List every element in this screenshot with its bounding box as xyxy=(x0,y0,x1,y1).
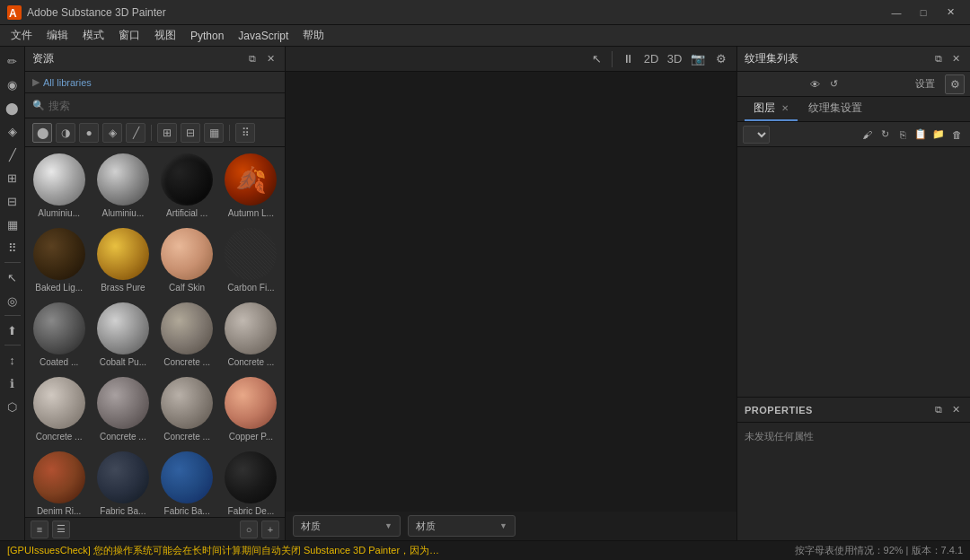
material-item-aluminium1[interactable]: Aluminiu... xyxy=(29,151,89,222)
material-item-fabric-de[interactable]: Fabric De... xyxy=(221,449,281,517)
bottom-add-library[interactable]: ○ xyxy=(240,521,258,538)
texture-set-gear-btn[interactable]: ⚙ xyxy=(945,74,965,94)
viewport-material-dropdown-2[interactable]: 材质 ▼ xyxy=(408,515,516,537)
layer-clone-icon[interactable]: ⎘ xyxy=(895,127,911,143)
filter-opacity[interactable]: ◈ xyxy=(102,123,122,143)
tool-separator-3 xyxy=(4,345,21,346)
tab-layers[interactable]: 图层 ✕ xyxy=(745,97,798,121)
filter-image[interactable]: ⊟ xyxy=(181,123,200,143)
menu-file[interactable]: 文件 xyxy=(4,26,40,45)
tool-select[interactable]: ↖ xyxy=(2,267,23,288)
texture-set-expand[interactable]: ⧉ xyxy=(931,52,946,66)
tool-export[interactable]: ⬆ xyxy=(2,319,23,341)
assets-panel-close[interactable]: ✕ xyxy=(263,52,278,66)
material-item-concrete5[interactable]: Concrete ... xyxy=(157,374,217,445)
tool-plugin[interactable]: ⬡ xyxy=(2,396,23,417)
material-thumb-concrete1 xyxy=(161,302,213,354)
materials-grid: Aluminiu...Aluminiu...Artificial ...🍂Aut… xyxy=(25,147,285,517)
close-button[interactable]: ✕ xyxy=(938,4,963,22)
tool-fill[interactable]: ⬤ xyxy=(2,97,23,118)
material-item-aluminium2[interactable]: Aluminiu... xyxy=(93,151,153,222)
bottom-add[interactable]: + xyxy=(261,521,279,538)
material-item-concrete4[interactable]: Concrete ... xyxy=(93,374,153,445)
tool-eraser[interactable]: ◉ xyxy=(2,74,23,95)
filter-photo[interactable]: ▦ xyxy=(204,123,224,143)
tool-paint[interactable]: ✏ xyxy=(2,50,23,72)
tool-info[interactable]: ℹ xyxy=(2,372,23,394)
layer-delete-icon[interactable]: 🗑 xyxy=(948,127,965,143)
tool-brush[interactable]: ╱ xyxy=(2,144,23,165)
vp-settings-button[interactable]: ⚙ xyxy=(711,49,731,69)
tool-eye[interactable]: ◎ xyxy=(2,290,23,311)
texture-set-close[interactable]: ✕ xyxy=(948,52,963,66)
assets-panel-controls: ⧉ ✕ xyxy=(245,52,278,66)
menu-python[interactable]: Python xyxy=(183,28,231,44)
tool-apps[interactable]: ⠿ xyxy=(2,237,23,258)
filter-all[interactable]: ⬤ xyxy=(32,123,52,143)
title-bar: A Adobe Substance 3D Painter — □ ✕ xyxy=(0,0,970,25)
maximize-button[interactable]: □ xyxy=(911,4,936,22)
material-item-fabric-ba2[interactable]: Fabric Ba... xyxy=(157,449,217,517)
breadcrumb-link[interactable]: All libraries xyxy=(43,77,92,88)
material-item-coated[interactable]: Coated ... xyxy=(29,300,89,371)
material-item-copper[interactable]: Copper P... xyxy=(221,374,281,445)
tool-pattern[interactable]: ⊞ xyxy=(2,167,23,188)
vp-pause-button[interactable]: ⏸ xyxy=(618,49,638,69)
tool-grid[interactable]: ⊟ xyxy=(2,190,23,212)
material-item-artificial[interactable]: Artificial ... xyxy=(157,151,217,222)
minimize-button[interactable]: — xyxy=(884,4,909,22)
history-icon[interactable]: ↺ xyxy=(825,76,842,92)
menu-javascript[interactable]: JavaScript xyxy=(231,28,295,44)
filter-brush[interactable]: ╱ xyxy=(126,123,146,143)
assets-panel: 资源 ⧉ ✕ ▶ All libraries 🔍 ⬤ ◑ ● ◈ ╱ ⊞ ⊟ ▦… xyxy=(25,47,286,540)
menu-edit[interactable]: 编辑 xyxy=(40,26,75,45)
material-item-autumn[interactable]: 🍂Autumn L... xyxy=(221,151,281,222)
texture-set-settings-btn[interactable]: 设置 xyxy=(908,75,942,92)
tool-cursor[interactable]: ↕ xyxy=(2,349,23,371)
menu-window[interactable]: 窗口 xyxy=(111,26,147,45)
vp-cursor-icon[interactable]: ↖ xyxy=(586,49,606,69)
material-item-calf-skin[interactable]: Calf Skin xyxy=(157,225,217,296)
menu-mode[interactable]: 模式 xyxy=(75,26,111,45)
material-item-carbon[interactable]: Carbon Fi... xyxy=(221,225,281,296)
tab-layers-close[interactable]: ✕ xyxy=(781,103,789,113)
search-icon: 🔍 xyxy=(32,100,45,111)
bottom-list-view[interactable]: ≡ xyxy=(31,521,48,538)
material-item-denim[interactable]: Denim Ri... xyxy=(29,449,89,517)
material-item-brass-pure[interactable]: Brass Pure xyxy=(93,225,153,296)
material-item-cobalt[interactable]: Cobalt Pu... xyxy=(93,300,153,371)
filter-bar: ⬤ ◑ ● ◈ ╱ ⊞ ⊟ ▦ ⠿ xyxy=(25,118,285,147)
filter-grid-view[interactable]: ⠿ xyxy=(235,123,255,143)
bottom-tree-view[interactable]: ☰ xyxy=(52,521,70,538)
material-item-fabric-ba1[interactable]: Fabric Ba... xyxy=(93,449,153,517)
material-item-concrete2[interactable]: Concrete ... xyxy=(221,300,281,371)
vp-2d-button[interactable]: 2D xyxy=(641,49,661,69)
layer-folder-icon[interactable]: 📁 xyxy=(930,127,947,143)
layers-mode-dropdown[interactable] xyxy=(743,126,770,144)
layer-rotate-icon[interactable]: ↻ xyxy=(877,127,893,143)
layers-content xyxy=(737,147,970,397)
eye-icon[interactable]: 👁 xyxy=(807,76,823,92)
properties-close[interactable]: ✕ xyxy=(948,403,963,417)
tool-clone[interactable]: ◈ xyxy=(2,120,23,142)
filter-pattern[interactable]: ⊞ xyxy=(157,123,177,143)
material-item-baked-light[interactable]: Baked Lig... xyxy=(29,225,89,296)
menu-help[interactable]: 帮助 xyxy=(295,26,331,45)
material-label-calf-skin: Calf Skin xyxy=(169,283,205,293)
assets-panel-expand[interactable]: ⧉ xyxy=(245,52,260,66)
filter-smart[interactable]: ◑ xyxy=(56,123,75,143)
properties-expand[interactable]: ⧉ xyxy=(931,403,946,417)
material-item-concrete3[interactable]: Concrete ... xyxy=(29,374,89,445)
tool-photo[interactable]: ▦ xyxy=(2,214,23,235)
vp-camera-button[interactable]: 📷 xyxy=(688,49,708,69)
layer-brush-icon[interactable]: 🖌 xyxy=(859,127,875,143)
filter-solid[interactable]: ● xyxy=(79,123,99,143)
material-item-concrete1[interactable]: Concrete ... xyxy=(157,300,217,371)
vp-3d-button[interactable]: 3D xyxy=(665,49,684,69)
material-thumb-copper xyxy=(225,377,277,429)
tab-texture-set-settings[interactable]: 纹理集设置 xyxy=(799,97,871,121)
layer-paste-icon[interactable]: 📋 xyxy=(913,127,929,143)
search-input[interactable] xyxy=(48,100,278,112)
viewport-material-dropdown-1[interactable]: 材质 ▼ xyxy=(293,515,401,537)
menu-view[interactable]: 视图 xyxy=(147,26,183,45)
